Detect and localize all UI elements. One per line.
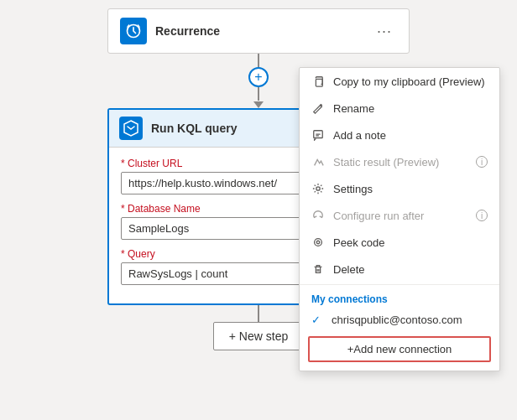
menu-peek-code-label: Peek code <box>333 236 384 249</box>
add-step-button-top[interactable]: + <box>248 67 269 87</box>
menu-settings-label: Settings <box>333 183 373 195</box>
menu-delete-label: Delete <box>333 263 365 276</box>
kql-icon <box>119 117 143 140</box>
context-menu: Copy to my clipboard (Preview) Rename Ad… <box>299 67 500 371</box>
svg-point-6 <box>316 241 320 244</box>
configure-run-info-icon: i <box>476 210 488 221</box>
kql-icon-svg <box>123 120 139 137</box>
recurrence-more-dots: ··· <box>377 23 392 39</box>
connection-item[interactable]: ✓ chrisqpublic@contoso.com <box>300 309 499 331</box>
connector-top: + <box>248 54 269 108</box>
menu-configure-run-label: Configure run after <box>333 210 424 222</box>
menu-item-copy[interactable]: Copy to my clipboard (Preview) <box>300 68 499 95</box>
connector-line-bottom <box>258 87 259 101</box>
clock-icon <box>125 23 142 39</box>
configure-run-icon <box>311 209 325 222</box>
check-icon: ✓ <box>311 314 325 326</box>
menu-static-result-label: Static result (Preview) <box>333 156 439 169</box>
svg-marker-1 <box>124 121 138 136</box>
delete-icon <box>311 262 325 276</box>
recurrence-icon <box>120 18 147 44</box>
add-note-icon <box>311 128 325 142</box>
menu-item-static-result: Static result (Preview) i <box>300 148 499 175</box>
new-step-area: + New step <box>213 305 304 350</box>
menu-copy-label: Copy to my clipboard (Preview) <box>333 75 485 88</box>
menu-item-delete[interactable]: Delete <box>300 256 499 283</box>
my-connections-label: My connections <box>300 287 499 309</box>
new-step-connector-line <box>258 305 259 322</box>
menu-rename-label: Rename <box>333 102 374 115</box>
arrow-down-icon <box>253 101 264 108</box>
svg-point-4 <box>316 187 320 190</box>
connector-line-top <box>258 54 259 67</box>
add-new-connection-button[interactable]: +Add new connection <box>308 336 491 362</box>
menu-item-peek-code[interactable]: Peek code <box>300 229 499 256</box>
recurrence-card: Recurrence ··· <box>107 8 410 54</box>
svg-point-5 <box>315 239 322 246</box>
static-result-icon <box>311 155 325 169</box>
menu-item-rename[interactable]: Rename <box>300 95 499 122</box>
recurrence-more-button[interactable]: ··· <box>372 20 397 42</box>
peek-code-icon <box>311 236 325 249</box>
copy-icon <box>311 75 325 88</box>
connection-email: chrisqpublic@contoso.com <box>332 314 462 326</box>
settings-icon <box>311 182 325 195</box>
plus-icon: + <box>254 70 262 85</box>
menu-add-note-label: Add a note <box>333 129 386 142</box>
menu-item-configure-run: Configure run after i <box>300 202 499 229</box>
menu-item-add-note[interactable]: Add a note <box>300 122 499 148</box>
canvas: Recurrence ··· + Run KQL query ··· <box>0 0 517 420</box>
rename-icon <box>311 101 325 115</box>
static-result-info-icon: i <box>476 156 488 168</box>
menu-divider <box>300 284 499 285</box>
recurrence-title: Recurrence <box>155 24 372 38</box>
svg-rect-2 <box>316 79 322 86</box>
new-step-button[interactable]: + New step <box>213 322 304 350</box>
menu-item-settings[interactable]: Settings <box>300 175 499 202</box>
